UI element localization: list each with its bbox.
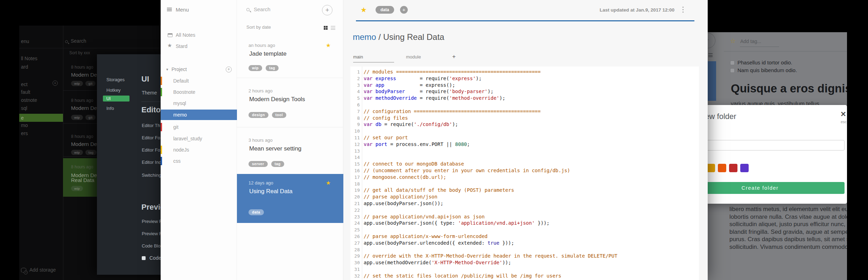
grid-view-icon[interactable] (324, 26, 328, 30)
list-view-icon[interactable] (331, 26, 335, 30)
hamburger-icon[interactable] (167, 8, 172, 11)
new-snippet-tab-button[interactable]: + (452, 53, 456, 60)
code-token: 'body-parser' (449, 89, 488, 94)
dark-sidebar-item[interactable]: ll Notes (21, 56, 37, 61)
star-icon[interactable]: ★ (326, 42, 331, 49)
new-note-button[interactable]: + (322, 5, 332, 15)
code-token: })); (535, 220, 550, 226)
add-tag-button[interactable]: + (400, 6, 408, 14)
code-token: = require( (405, 89, 449, 94)
settings-item[interactable]: Editor Fo (142, 135, 160, 140)
todo-item[interactable]: Nam quis bibendum odio. (730, 67, 797, 74)
sidebar-item-all-notes[interactable]: All Notes (176, 32, 195, 38)
dark-sidebar-item[interactable]: ostnote (21, 97, 37, 103)
code-line: 11// set our port (350, 134, 699, 141)
dark-sidebar-item[interactable]: ard (21, 64, 28, 70)
settings-item[interactable]: Editor Fo (142, 147, 160, 153)
todo-item[interactable]: Phasellus id tortor odio. (730, 59, 792, 66)
settings-item[interactable]: Editor Th (142, 123, 160, 128)
folder-color-swatch[interactable] (707, 164, 715, 172)
line-number: 14 (350, 154, 360, 161)
chevron-down-icon[interactable]: ▾ (166, 67, 168, 72)
dark-sidebar-item[interactable]: enu (21, 38, 29, 44)
code-token: var (364, 141, 372, 147)
folder-name: laravel_study (173, 133, 202, 144)
sidebar-folder-git[interactable]: git (161, 122, 237, 132)
sidebar-folder-Default[interactable]: Default (161, 76, 237, 86)
tag-pill: tag (266, 65, 279, 71)
add-folder-icon[interactable]: + (226, 66, 232, 72)
folder-color-swatch[interactable] (729, 164, 737, 172)
note-time: 12 days ago (248, 180, 273, 186)
code-line: 13 (350, 148, 699, 154)
settings-item[interactable]: Editor Ind (142, 160, 161, 165)
sidebar-folder-nodeJs[interactable]: nodeJs (161, 145, 237, 155)
tag-pill: design (248, 112, 268, 118)
sidebar-folder-mysql[interactable]: mysql (161, 98, 237, 108)
sort-by-label[interactable]: Sort by date (246, 24, 271, 30)
note-tag-badge[interactable]: data (376, 6, 394, 14)
checkbox[interactable] (730, 68, 735, 73)
dark-sidebar-item[interactable]: mo (21, 122, 28, 128)
code-token: })); (499, 240, 514, 246)
settings-item[interactable]: Code Blo (142, 243, 160, 248)
note-list-item[interactable]: 3 hours agoMean server settingservertag (237, 127, 343, 174)
breadcrumb-folder[interactable]: memo (353, 32, 376, 42)
settings-checkbox[interactable] (142, 256, 146, 260)
code-token: // parse application/json (364, 194, 438, 200)
dark-add-folder-icon[interactable]: + (52, 80, 58, 86)
code-line: 31 (350, 266, 699, 273)
last-updated-label: Last updated at Jan.9, 2017 12:00 (600, 7, 674, 13)
settings-nav-item[interactable]: Storages (106, 77, 125, 82)
sidebar-folder-laravel_study[interactable]: laravel_study (161, 133, 237, 144)
code-line: 3var app = express(); (350, 82, 699, 89)
dark-sort-label[interactable]: Sort by xxx (69, 50, 90, 55)
dark-search-label[interactable]: Search (71, 38, 86, 44)
settings-nav-item[interactable]: Hotkey (106, 88, 120, 93)
dark-app-header-divider (19, 48, 161, 48)
sidebar-folder-memo[interactable]: memo (161, 110, 237, 120)
close-icon[interactable]: ✕ (840, 110, 846, 118)
dark-sidebar-item[interactable]: ect (21, 82, 28, 87)
settings-nav-item[interactable]: Info (106, 106, 114, 111)
note-list-item[interactable]: 2 hours agoModern Design Toolsdesigntool (237, 78, 343, 127)
star-icon[interactable]: ★ (360, 6, 367, 14)
note-list-item[interactable]: an hours ago★Jade templatewiptag (237, 35, 343, 78)
code-token: // set the static files location /public… (364, 273, 561, 279)
dark-add-storage-button[interactable]: Add storage (21, 267, 56, 273)
sidebar-folder-css[interactable]: css (161, 156, 237, 166)
dark-sidebar-item[interactable]: sql (21, 105, 27, 111)
search-input[interactable]: Search (254, 6, 271, 12)
tag-pill: data (248, 209, 264, 215)
dark-sidebar-item[interactable]: fault (21, 89, 30, 95)
add-tag-placeholder[interactable]: Add tag... (740, 38, 761, 44)
folder-color-swatch[interactable] (740, 164, 749, 172)
checkbox[interactable] (730, 61, 735, 65)
code-editor[interactable]: 1// modules ============================… (350, 66, 699, 280)
dark-sidebar-item[interactable]: ers (21, 131, 28, 136)
note-time: 8 hours ago (71, 164, 93, 169)
sidebar-item-starred[interactable]: Stard (176, 43, 187, 49)
settings-item[interactable]: Switching (142, 173, 161, 178)
note-list-item[interactable]: 12 days ago★Using Real Datadata (237, 174, 343, 223)
settings-item[interactable]: Preview F (142, 231, 162, 236)
settings-item[interactable]: Preview F (142, 219, 162, 224)
kebab-menu-icon[interactable] (682, 7, 684, 14)
folder-color-swatch[interactable] (718, 164, 726, 172)
star-icon[interactable]: ★ (326, 180, 331, 186)
star-outline-icon[interactable]: ☆ (730, 37, 736, 45)
folder-name: mysql (173, 98, 186, 108)
project-section-label[interactable]: Project (172, 66, 187, 72)
code-token: app.use(methodOverride( (364, 260, 432, 265)
code-token: port (376, 141, 387, 147)
line-number: 13 (350, 148, 360, 155)
tab-module[interactable]: module (406, 54, 421, 59)
code-line: 21app.use(bodyParser.json()); (350, 200, 699, 207)
settings-nav-item-active[interactable]: UI (103, 96, 130, 102)
paragraph-line: purus. Cras dapibus dapibus tellus, sit … (729, 236, 847, 243)
tab-main[interactable]: main (353, 54, 363, 59)
sidebar-folder-Boostnote[interactable]: Boostnote (161, 87, 237, 97)
tag-pill: git (85, 115, 96, 120)
code-token: // modules (364, 69, 396, 75)
dark-sidebar-item-selected[interactable]: e (19, 114, 63, 122)
